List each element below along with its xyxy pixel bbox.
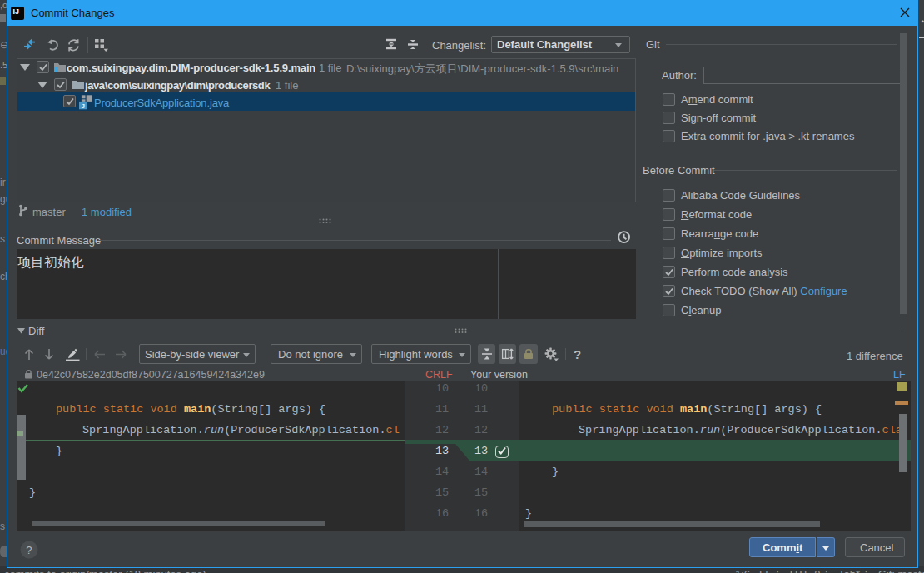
- svg-text:J: J: [82, 102, 85, 110]
- svg-text:?: ?: [26, 544, 32, 556]
